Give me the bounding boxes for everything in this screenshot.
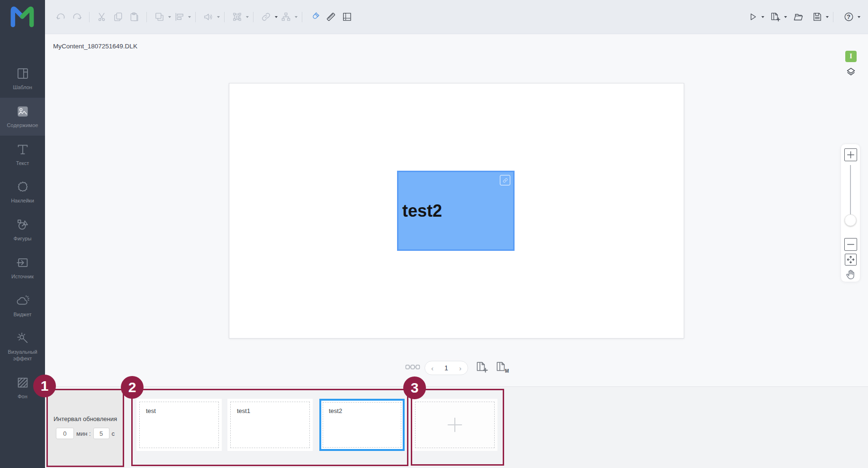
- sidebar-item-label: Содержимое: [7, 122, 38, 129]
- transform-dropdown-caret[interactable]: [246, 16, 249, 18]
- redo-button[interactable]: [69, 9, 85, 25]
- align-dropdown-caret[interactable]: [188, 16, 191, 18]
- prev-page-button[interactable]: ‹: [431, 364, 434, 372]
- help-button[interactable]: ?: [841, 9, 857, 25]
- transform-button[interactable]: [229, 9, 245, 25]
- save-button[interactable]: [809, 9, 825, 25]
- zoom-in-button[interactable]: [844, 148, 857, 161]
- plus-icon: [845, 149, 857, 161]
- interval-inputs-row: мин : с: [47, 428, 123, 439]
- save-dropdown-caret[interactable]: [826, 16, 829, 18]
- open-folder-button[interactable]: [790, 9, 806, 25]
- zoom-slider[interactable]: [841, 165, 860, 235]
- layers-button[interactable]: [845, 65, 857, 78]
- minutes-label: мин :: [76, 430, 91, 437]
- sidebar-item-label: Виджет: [13, 312, 31, 318]
- sidebar-item-visual-effect[interactable]: Визуальный эффект: [0, 324, 45, 369]
- sidebar-item-stickers[interactable]: Наклейки: [0, 173, 45, 211]
- add-page-thumbnail[interactable]: [412, 399, 497, 451]
- link-icon: [502, 177, 508, 184]
- link-button[interactable]: [258, 9, 274, 25]
- guides-button[interactable]: [339, 9, 355, 25]
- pan-hand-button[interactable]: [844, 268, 857, 281]
- toolbar-separator: [224, 12, 225, 22]
- fit-arrows-icon: [845, 254, 856, 265]
- sidebar-item-content[interactable]: Содержимое: [0, 98, 45, 136]
- sidebar-item-widget[interactable]: Виджет: [0, 287, 45, 325]
- add-window-button[interactable]: [767, 9, 783, 25]
- toolbar-separator: [833, 12, 833, 22]
- content-element-label: test2: [402, 201, 442, 221]
- background-icon: [16, 376, 30, 390]
- sidebar-item-background[interactable]: Фон: [0, 369, 45, 407]
- content-element[interactable]: test2: [397, 171, 515, 251]
- ruler-button[interactable]: [323, 9, 339, 25]
- audio-dropdown-caret[interactable]: [217, 16, 220, 18]
- hierarchy-button[interactable]: [278, 9, 294, 25]
- minutes-input[interactable]: [56, 428, 74, 439]
- help-dropdown-caret[interactable]: [858, 16, 860, 18]
- add-page-icon: [475, 360, 488, 374]
- page-thumbnail-test1[interactable]: test1: [227, 399, 313, 451]
- widget-icon: [16, 294, 30, 308]
- hand-icon: [844, 268, 857, 281]
- current-page-number[interactable]: 1: [444, 364, 448, 372]
- add-plus-icon: [446, 416, 463, 433]
- chain-pages-icon: [405, 364, 420, 370]
- content-icon: [16, 104, 30, 119]
- toolbar-separator: [146, 12, 147, 22]
- snap-magnet-button[interactable]: [307, 9, 323, 25]
- add-page-button[interactable]: [475, 360, 489, 375]
- toolbar-separator: [195, 12, 196, 22]
- sidebar-item-source[interactable]: Источник: [0, 249, 45, 287]
- copy-button[interactable]: [110, 9, 126, 25]
- sidebar-item-label: Наклейки: [11, 198, 34, 204]
- next-page-button[interactable]: ›: [459, 364, 461, 372]
- sidebar-item-text[interactable]: Текст: [0, 136, 45, 174]
- zoom-panel: [841, 144, 860, 282]
- zoom-slider-track[interactable]: [850, 165, 851, 221]
- interval-panel: Интервал обновления мин : с: [47, 390, 123, 466]
- paste-button[interactable]: [126, 9, 142, 25]
- play-dropdown-caret[interactable]: [761, 16, 764, 18]
- m-page-glyph: M: [505, 368, 509, 374]
- seconds-label: с: [112, 430, 115, 437]
- thumbnail-label: test2: [329, 407, 342, 414]
- layers-icon: [845, 65, 857, 78]
- app-logo-icon: [9, 5, 35, 28]
- visual-effect-icon: [16, 331, 30, 345]
- sidebar-item-label: Источник: [11, 274, 34, 280]
- shapes-icon: [16, 218, 30, 232]
- document-filename: MyContent_1807251649.DLK: [53, 43, 137, 50]
- sidebar-item-label: Текст: [16, 160, 29, 167]
- source-icon: [16, 256, 30, 270]
- page-thumbnail-test[interactable]: test: [136, 399, 222, 451]
- sidebar-item-label: Шаблон: [13, 84, 32, 91]
- link-badge: [500, 175, 510, 185]
- page-thumbnail-test2-selected[interactable]: test2: [319, 399, 405, 451]
- audio-button[interactable]: [200, 9, 216, 25]
- cut-button[interactable]: [94, 9, 110, 25]
- template-icon: [16, 66, 30, 81]
- group-button[interactable]: [151, 9, 167, 25]
- sidebar-item-label: Фон: [18, 394, 27, 400]
- thumbnail-label: test1: [237, 407, 250, 414]
- undo-button[interactable]: [53, 9, 69, 25]
- fit-to-screen-button[interactable]: [845, 254, 857, 266]
- add-window-dropdown-caret[interactable]: [784, 16, 787, 18]
- toolbar-separator: [89, 12, 90, 22]
- play-preview-button[interactable]: [744, 9, 760, 25]
- zoom-slider-thumb[interactable]: [845, 214, 857, 226]
- zoom-out-button[interactable]: [844, 238, 857, 251]
- sidebar-item-template[interactable]: Шаблон: [0, 60, 45, 98]
- seconds-input[interactable]: [93, 428, 109, 439]
- design-canvas[interactable]: test2: [229, 83, 684, 339]
- page-chain-button[interactable]: [405, 364, 420, 371]
- add-m-page-button[interactable]: M: [495, 360, 509, 375]
- sidebar-item-shapes[interactable]: Фигуры: [0, 211, 45, 249]
- thumbnail-label: test: [146, 407, 156, 414]
- app-toolbar: ?: [45, 0, 868, 34]
- info-badge[interactable]: I: [845, 51, 857, 62]
- align-button[interactable]: [171, 9, 187, 25]
- hierarchy-dropdown-caret[interactable]: [295, 16, 298, 18]
